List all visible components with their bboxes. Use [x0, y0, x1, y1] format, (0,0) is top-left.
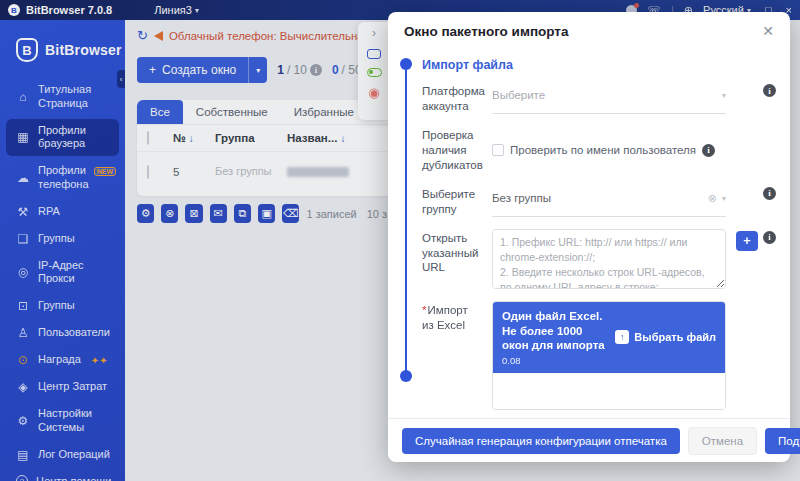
excel-drop-area[interactable] — [493, 373, 725, 409]
url-textarea[interactable] — [492, 229, 726, 289]
section-dot — [400, 370, 412, 382]
confirm-button[interactable]: Подтвердить — [765, 428, 800, 454]
modal-header: Окно пакетного импорта ✕ — [388, 12, 790, 50]
random-fingerprint-button[interactable]: Случайная генерация конфигурации отпечат… — [402, 428, 680, 454]
info-icon[interactable]: i — [763, 187, 776, 200]
excel-upload-button[interactable]: Один файл Excel. Не более 1000 окон для … — [493, 302, 725, 374]
modal-title: Окно пакетного импорта — [404, 24, 569, 39]
add-url-button[interactable]: + — [736, 231, 758, 251]
close-icon[interactable]: ✕ — [762, 23, 774, 39]
info-icon[interactable]: i — [702, 144, 715, 157]
info-icon[interactable]: i — [763, 84, 776, 97]
excel-box-title: Один файл Excel. Не более 1000 окон для … — [502, 309, 607, 354]
url-field-row: Открыть указанный URL + i — [422, 229, 776, 289]
excel-label: *Импорт из Excel — [422, 301, 482, 418]
group-field-row: Выберите группу Без группы ⊗ ▾ i — [422, 185, 776, 217]
batch-import-modal: Окно пакетного импорта ✕ Импорт файла Пл… — [388, 12, 790, 462]
pick-file-label: Выбрать файл — [634, 331, 716, 343]
url-label: Открыть указанный URL — [422, 229, 482, 289]
duplicates-checkbox[interactable] — [492, 144, 504, 156]
duplicates-checkbox-label[interactable]: Проверить по имени пользователя — [510, 144, 696, 156]
app-window: B BitBrowser 7.0.8 Линия3 ▾ ☏ | ⊕ Русски… — [0, 0, 800, 481]
duplicates-check-row: Проверить по имени пользователя i — [492, 126, 726, 173]
platform-placeholder: Выберите — [492, 89, 717, 101]
duplicates-field-row: Проверка наличия дубликатов Проверить по… — [422, 126, 776, 173]
pick-file-button[interactable]: ↑ Выбрать файл — [615, 330, 716, 344]
clear-icon[interactable]: ⊗ — [708, 192, 717, 205]
required-asterisk: * — [422, 304, 426, 316]
modal-body: Импорт файла Платформа аккаунта Выберите… — [388, 50, 790, 418]
group-label: Выберите группу — [422, 185, 482, 217]
platform-field-row: Платформа аккаунта Выберите ▾ i — [422, 82, 776, 114]
chevron-down-icon: ▾ — [722, 91, 726, 100]
section-timeline — [405, 68, 407, 374]
section-import-file: Импорт файла — [422, 58, 776, 72]
platform-select[interactable]: Выберите ▾ — [492, 82, 726, 114]
chevron-down-icon: ▾ — [722, 194, 726, 203]
excel-field-row: *Импорт из Excel Один файл Excel. Не бол… — [422, 301, 776, 418]
cancel-button[interactable]: Отмена — [688, 427, 757, 455]
section-dot — [400, 58, 412, 70]
group-select[interactable]: Без группы ⊗ ▾ — [492, 185, 726, 217]
duplicates-label: Проверка наличия дубликатов — [422, 126, 482, 173]
platform-label: Платформа аккаунта — [422, 82, 482, 114]
group-value: Без группы — [492, 192, 703, 204]
excel-upload-box: Один файл Excel. Не более 1000 окон для … — [492, 301, 726, 411]
info-icon[interactable]: i — [763, 231, 776, 244]
excel-box-size: 0.08 — [502, 355, 607, 366]
modal-footer: Случайная генерация конфигурации отпечат… — [388, 418, 790, 462]
upload-icon: ↑ — [615, 330, 629, 344]
